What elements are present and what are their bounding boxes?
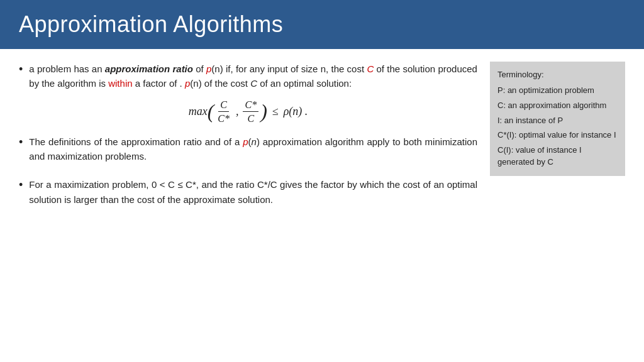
- sidebar-item-cstar-i: C*(I): optimal value for instance I: [497, 129, 618, 141]
- bullet-item-1: • a problem has an approximation ratio o…: [19, 62, 477, 91]
- sidebar-item-c-i: C(I): value of instance I generated by C: [497, 145, 618, 168]
- frac-denominator-2: C: [245, 112, 256, 124]
- spacer: [19, 171, 477, 177]
- frac-numerator-1: C: [218, 99, 229, 112]
- content-area: • a problem has an approximation ratio o…: [0, 62, 644, 214]
- sidebar-title: Terminology:: [497, 69, 618, 81]
- sidebar: Terminology: P: an optimization problem …: [490, 62, 625, 176]
- frac-cstar-c: C* C: [243, 99, 258, 124]
- bullet-text-2: The definitions of the approximation rat…: [29, 134, 477, 164]
- comma: ,: [236, 103, 239, 120]
- bullet-text-3: For a maximization problem, 0 < C ≤ C*, …: [29, 177, 477, 207]
- p-red-2: p: [185, 78, 190, 89]
- frac-c-cstar: C C*: [216, 99, 231, 124]
- within-label: within: [108, 78, 132, 89]
- frac-denominator-1: C*: [216, 112, 231, 124]
- n-var-3: n: [193, 78, 198, 89]
- p-red-1: p: [206, 63, 211, 74]
- n-var-1: n: [214, 63, 219, 74]
- c-red-1: C: [367, 63, 374, 74]
- bullet-dot-3: •: [19, 177, 23, 193]
- approx-ratio-label: approximation ratio: [105, 63, 193, 74]
- main-content: • a problem has an approximation ratio o…: [19, 62, 477, 214]
- bullet-item-2: • The definitions of the approximation r…: [19, 134, 477, 164]
- bullet-dot-1: •: [19, 62, 23, 77]
- bullet-dot-2: •: [19, 134, 23, 150]
- slide-title: Approximation Algorithms: [19, 11, 625, 38]
- title-bar: Approximation Algorithms: [0, 0, 644, 49]
- c-italic-1: C: [250, 78, 257, 89]
- sidebar-item-i: I: an instance of P: [497, 115, 618, 127]
- p-red-3: p: [243, 136, 248, 147]
- bullet-text-1: a problem has an approximation ratio of …: [29, 62, 477, 91]
- formula: max ( C C* , C* C ) ≤ ρ(n) .: [189, 99, 308, 124]
- n-var-4: n: [252, 136, 257, 147]
- n-var-2: n: [321, 63, 326, 74]
- slide: Approximation Algorithms • a problem has…: [0, 0, 644, 362]
- formula-area: max ( C C* , C* C ) ≤ ρ(n) .: [19, 99, 477, 124]
- rho-expr: ρ(n) .: [284, 103, 308, 120]
- leq-symbol: ≤: [272, 103, 279, 120]
- frac-numerator-2: C*: [243, 99, 258, 112]
- sidebar-item-c: C: an approximation algorithm: [497, 100, 618, 112]
- bullet-item-3: • For a maximization problem, 0 < C ≤ C*…: [19, 177, 477, 207]
- sidebar-item-p: P: an optimization problem: [497, 85, 618, 97]
- open-paren: (: [208, 101, 214, 121]
- close-paren: ): [260, 101, 267, 121]
